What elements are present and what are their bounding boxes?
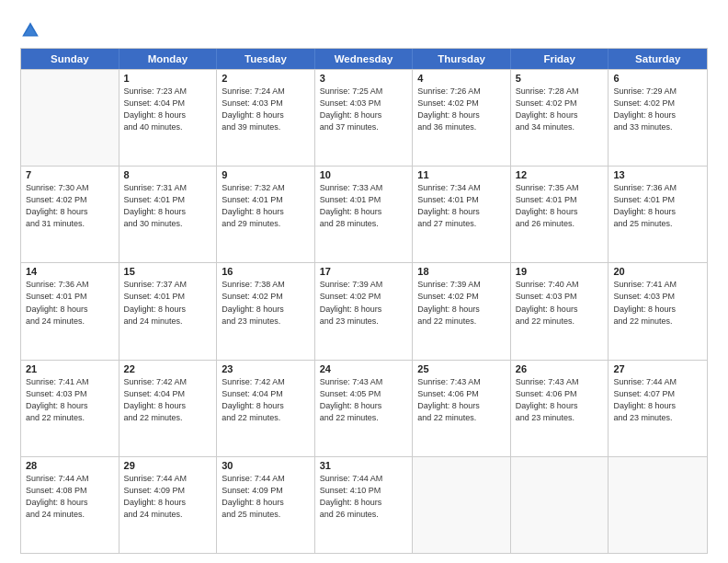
cell-line: Sunset: 4:01 PM	[417, 194, 506, 206]
calendar-cell: 25Sunrise: 7:43 AMSunset: 4:06 PMDayligh…	[413, 361, 511, 456]
day-number: 20	[613, 266, 702, 277]
cell-line: Sunrise: 7:35 AM	[516, 182, 604, 194]
cell-line: Sunset: 4:01 PM	[222, 194, 310, 206]
header-day-friday: Friday	[511, 49, 609, 69]
calendar-cell: 24Sunrise: 7:43 AMSunset: 4:05 PMDayligh…	[315, 361, 414, 456]
cell-line: Daylight: 8 hours	[613, 304, 702, 316]
calendar-cell: 5Sunrise: 7:28 AMSunset: 4:02 PMDaylight…	[511, 70, 609, 166]
calendar-cell: 28Sunrise: 7:44 AMSunset: 4:08 PMDayligh…	[21, 457, 119, 553]
cell-line: Sunset: 4:09 PM	[124, 485, 212, 497]
cell-line: and 23 minutes.	[613, 412, 702, 424]
cell-line: Sunrise: 7:23 AM	[124, 86, 212, 98]
cell-line: Sunset: 4:04 PM	[124, 388, 212, 400]
cell-line: Sunrise: 7:44 AM	[613, 376, 702, 388]
day-number: 4	[417, 73, 506, 84]
day-number: 13	[613, 169, 702, 180]
cell-line: and 22 minutes.	[222, 412, 310, 424]
calendar-cell: 15Sunrise: 7:37 AMSunset: 4:01 PMDayligh…	[119, 263, 218, 359]
cell-line: Sunset: 4:02 PM	[26, 194, 114, 206]
cell-line: and 25 minutes.	[613, 218, 702, 230]
cell-line: and 24 minutes.	[124, 316, 212, 327]
cell-line: Sunrise: 7:43 AM	[417, 376, 506, 388]
day-number: 15	[124, 266, 212, 277]
calendar-cell: 30Sunrise: 7:44 AMSunset: 4:09 PMDayligh…	[217, 457, 315, 553]
day-number: 18	[417, 266, 506, 277]
cell-line: and 26 minutes.	[320, 509, 408, 521]
cell-line: Sunrise: 7:39 AM	[320, 279, 408, 291]
cell-line: Sunset: 4:08 PM	[26, 485, 114, 497]
cell-line: Sunset: 4:01 PM	[613, 194, 702, 206]
cell-line: Sunrise: 7:38 AM	[222, 279, 310, 291]
calendar-cell: 23Sunrise: 7:42 AMSunset: 4:04 PMDayligh…	[217, 361, 315, 456]
cell-line: Daylight: 8 hours	[320, 206, 408, 218]
cell-line: Sunset: 4:01 PM	[320, 194, 408, 206]
calendar-cell: 31Sunrise: 7:44 AMSunset: 4:10 PMDayligh…	[315, 457, 414, 553]
cell-line: Sunrise: 7:40 AM	[516, 279, 604, 291]
cell-line: and 40 minutes.	[124, 121, 212, 133]
cell-line: Daylight: 8 hours	[320, 400, 408, 412]
cell-line: Sunrise: 7:26 AM	[417, 86, 506, 98]
cell-line: and 29 minutes.	[222, 218, 310, 230]
cell-line: and 31 minutes.	[26, 218, 114, 230]
cell-line: and 22 minutes.	[613, 316, 702, 327]
cell-line: and 22 minutes.	[26, 412, 114, 424]
cell-line: and 22 minutes.	[417, 316, 506, 327]
cell-line: Daylight: 8 hours	[26, 400, 114, 412]
header-day-sunday: Sunday	[21, 49, 119, 69]
cell-line: Daylight: 8 hours	[613, 109, 702, 121]
cell-line: Sunrise: 7:31 AM	[124, 182, 212, 194]
cell-line: Daylight: 8 hours	[417, 304, 506, 316]
page: SundayMondayTuesdayWednesdayThursdayFrid…	[0, 0, 728, 563]
calendar: SundayMondayTuesdayWednesdayThursdayFrid…	[20, 48, 708, 554]
cell-line: Daylight: 8 hours	[26, 206, 114, 218]
calendar-cell: 9Sunrise: 7:32 AMSunset: 4:01 PMDaylight…	[217, 167, 315, 262]
calendar-row-2: 7Sunrise: 7:30 AMSunset: 4:02 PMDaylight…	[21, 166, 707, 262]
calendar-cell: 4Sunrise: 7:26 AMSunset: 4:02 PMDaylight…	[413, 70, 511, 166]
cell-line: and 23 minutes.	[320, 316, 408, 327]
cell-line: Daylight: 8 hours	[613, 206, 702, 218]
cell-line: Daylight: 8 hours	[124, 400, 212, 412]
cell-line: and 24 minutes.	[26, 316, 114, 327]
header-day-thursday: Thursday	[413, 49, 511, 69]
calendar-header-row: SundayMondayTuesdayWednesdayThursdayFrid…	[21, 49, 707, 69]
cell-line: Daylight: 8 hours	[417, 109, 506, 121]
calendar-row-5: 28Sunrise: 7:44 AMSunset: 4:08 PMDayligh…	[21, 456, 707, 553]
calendar-cell: 1Sunrise: 7:23 AMSunset: 4:04 PMDaylight…	[119, 70, 218, 166]
day-number: 30	[222, 460, 310, 471]
day-number: 2	[222, 73, 310, 84]
calendar-row-3: 14Sunrise: 7:36 AMSunset: 4:01 PMDayligh…	[21, 262, 707, 359]
day-number: 19	[516, 266, 604, 277]
day-number: 5	[516, 73, 604, 84]
cell-line: and 28 minutes.	[320, 218, 408, 230]
cell-line: Sunrise: 7:25 AM	[320, 86, 408, 98]
cell-line: and 34 minutes.	[516, 121, 604, 133]
day-number: 28	[26, 460, 114, 471]
cell-line: Sunset: 4:03 PM	[516, 291, 604, 303]
cell-line: and 22 minutes.	[417, 412, 506, 424]
cell-line: Sunrise: 7:44 AM	[320, 473, 408, 485]
cell-line: and 22 minutes.	[516, 316, 604, 327]
cell-line: and 37 minutes.	[320, 121, 408, 133]
calendar-cell: 7Sunrise: 7:30 AMSunset: 4:02 PMDaylight…	[21, 167, 119, 262]
cell-line: and 22 minutes.	[124, 412, 212, 424]
calendar-cell: 17Sunrise: 7:39 AMSunset: 4:02 PMDayligh…	[315, 263, 414, 359]
cell-line: Sunset: 4:02 PM	[516, 98, 604, 109]
cell-line: Sunset: 4:02 PM	[222, 291, 310, 303]
cell-line: Sunrise: 7:32 AM	[222, 182, 310, 194]
day-number: 12	[516, 169, 604, 180]
day-number: 24	[320, 363, 408, 374]
cell-line: Daylight: 8 hours	[320, 497, 408, 509]
calendar-cell: 11Sunrise: 7:34 AMSunset: 4:01 PMDayligh…	[413, 167, 511, 262]
cell-line: and 24 minutes.	[124, 509, 212, 521]
day-number: 29	[124, 460, 212, 471]
day-number: 17	[320, 266, 408, 277]
cell-line: Daylight: 8 hours	[26, 304, 114, 316]
day-number: 27	[613, 363, 702, 374]
cell-line: Sunrise: 7:41 AM	[613, 279, 702, 291]
cell-line: Daylight: 8 hours	[516, 206, 604, 218]
calendar-cell: 20Sunrise: 7:41 AMSunset: 4:03 PMDayligh…	[609, 263, 707, 359]
cell-line: and 25 minutes.	[222, 509, 310, 521]
cell-line: Sunset: 4:04 PM	[222, 388, 310, 400]
cell-line: Daylight: 8 hours	[417, 400, 506, 412]
cell-line: Sunrise: 7:36 AM	[613, 182, 702, 194]
